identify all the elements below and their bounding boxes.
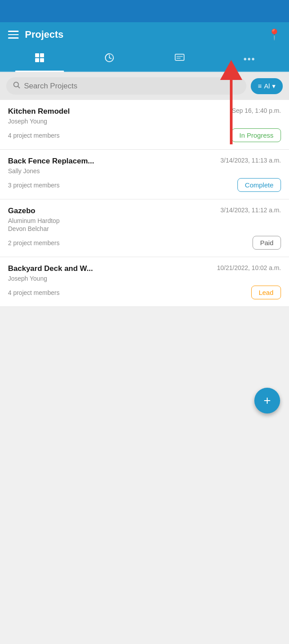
status-badge: Paid — [253, 236, 281, 250]
header-left: Projects — [8, 29, 64, 40]
menu-button[interactable] — [8, 31, 19, 39]
project-bottom-row: 3 project members Complete — [8, 178, 281, 192]
project-bottom-row: 2 project members Paid — [8, 236, 281, 250]
project-members: 2 project members — [8, 239, 60, 246]
status-badge: Lead — [251, 286, 281, 299]
svg-rect-2 — [35, 58, 39, 62]
project-members: 4 project members — [8, 132, 60, 139]
project-row-top: Gazebo 3/14/2023, 11:12 a.m. — [8, 207, 281, 215]
project-name: Back Fence Replacem... — [8, 157, 216, 166]
project-item[interactable]: Gazebo 3/14/2023, 11:12 a.m. Aluminum Ha… — [0, 199, 289, 257]
add-project-button[interactable]: + — [254, 388, 280, 413]
svg-rect-3 — [40, 58, 44, 62]
svg-rect-5 — [175, 54, 184, 60]
project-name: Backyard Deck and W... — [8, 264, 213, 273]
search-icon — [12, 81, 20, 91]
project-date: 10/21/2022, 10:02 a.m. — [217, 264, 281, 271]
project-item[interactable]: Backyard Deck and W... 10/21/2022, 10:02… — [0, 257, 289, 307]
grid-icon — [34, 52, 45, 66]
project-owner: Sally Jones — [8, 167, 281, 175]
svg-marker-9 — [220, 60, 242, 80]
project-members: 4 project members — [8, 289, 60, 296]
project-name: Kitchen Remodel — [8, 107, 227, 116]
clock-icon — [104, 52, 115, 66]
project-row-top: Backyard Deck and W... 10/21/2022, 10:02… — [8, 264, 281, 273]
project-name: Gazebo — [8, 207, 216, 215]
project-subtitle: Aluminum Hardtop — [8, 217, 281, 224]
svg-rect-0 — [35, 53, 39, 57]
project-members: 3 project members — [8, 182, 60, 189]
project-date: 3/14/2023, 11:13 a.m. — [221, 157, 281, 164]
svg-rect-1 — [40, 53, 44, 57]
red-arrow-annotation — [196, 56, 267, 153]
tab-grid[interactable] — [4, 47, 75, 71]
status-badge: Complete — [237, 178, 281, 192]
project-owner: Devon Belchar — [8, 225, 281, 232]
project-owner: Joseph Young — [8, 275, 281, 282]
status-bar — [0, 0, 289, 22]
svg-point-6 — [14, 82, 19, 87]
chat-icon — [174, 52, 185, 66]
project-row-top: Back Fence Replacem... 3/14/2023, 11:13 … — [8, 157, 281, 166]
project-item[interactable]: Back Fence Replacem... 3/14/2023, 11:13 … — [0, 150, 289, 199]
tab-clock[interactable] — [75, 47, 145, 71]
svg-line-7 — [18, 86, 20, 88]
project-bottom-row: 4 project members Lead — [8, 286, 281, 299]
plus-icon: + — [264, 394, 271, 408]
app-header: Projects 📍 — [0, 22, 289, 47]
chevron-down-icon: ▾ — [272, 82, 276, 90]
page-title: Projects — [25, 29, 64, 40]
project-date: 3/14/2023, 11:12 a.m. — [221, 207, 281, 214]
location-pin-icon[interactable]: 📍 — [268, 28, 281, 41]
bottom-area: + — [0, 307, 289, 431]
